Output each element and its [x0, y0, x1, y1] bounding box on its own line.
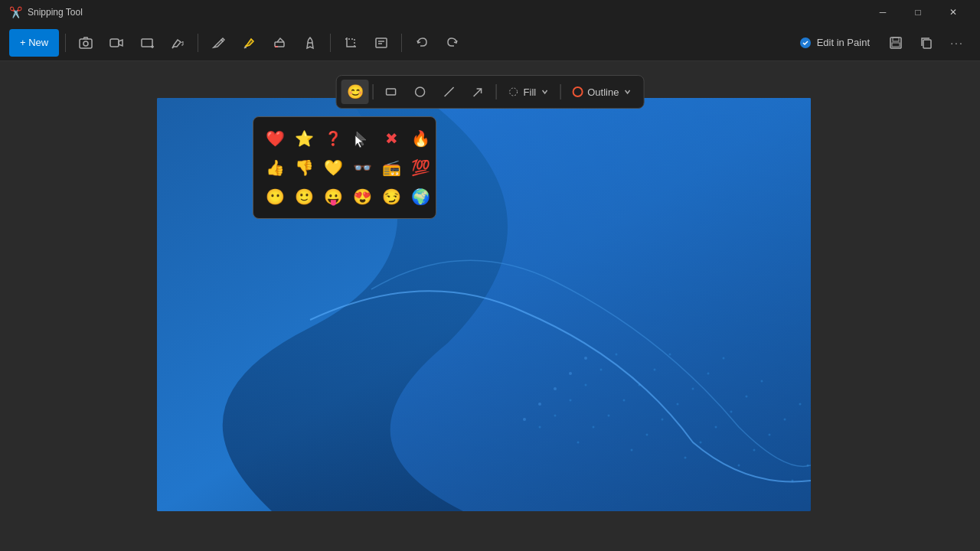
close-button[interactable]: ✕: [936, 0, 971, 24]
svg-rect-50: [387, 89, 396, 95]
svg-point-18: [554, 415, 557, 417]
toolbar-divider-2: [198, 34, 198, 52]
emoji-thumbsdown[interactable]: 👎: [290, 154, 318, 181]
touch-write-button[interactable]: [296, 29, 324, 57]
rectangle-mode-button[interactable]: [133, 29, 161, 57]
line-shape-button[interactable]: [436, 80, 463, 104]
emoji-smirk[interactable]: 😏: [377, 183, 405, 210]
pen-icon: [211, 36, 225, 50]
save-icon: [889, 36, 903, 50]
undo-button[interactable]: [408, 29, 436, 57]
emoji-heart[interactable]: ❤️: [261, 125, 289, 152]
toolbar-divider-3: [330, 34, 331, 52]
svg-point-46: [784, 419, 786, 421]
titlebar: ✂️ Snipping Tool ─ □ ✕: [0, 0, 980, 24]
svg-point-36: [723, 357, 725, 360]
more-icon: ···: [950, 37, 964, 49]
fill-label: Fill: [524, 86, 537, 98]
svg-point-52: [510, 88, 518, 96]
outline-chevron-icon: [623, 88, 631, 96]
app-icon: ✂️: [9, 6, 21, 18]
svg-point-30: [631, 449, 633, 452]
edit-paint-label: Edit in Paint: [817, 37, 870, 48]
svg-point-29: [669, 354, 671, 356]
eraser-button[interactable]: [266, 29, 293, 57]
highlighter-icon: [242, 36, 256, 50]
maximize-button[interactable]: □: [900, 0, 936, 24]
emoji-tool-icon: 😊: [347, 83, 364, 100]
fill-dropdown-button[interactable]: Fill: [501, 80, 557, 104]
app-title: Snipping Tool: [28, 7, 83, 18]
svg-point-15: [569, 372, 572, 375]
edit-in-paint-button[interactable]: Edit in Paint: [789, 29, 879, 57]
emoji-x[interactable]: ✖: [377, 125, 405, 152]
emoji-picker: ❤️ ⭐ ❓ ✖ 🔥 👍 👎 💛 👓 📻 💯 😶 🙂 😛 😍 😏 🌍: [253, 116, 436, 219]
svg-point-51: [416, 87, 425, 96]
outline-color-swatch: [572, 86, 583, 97]
svg-point-22: [616, 354, 618, 356]
save-button[interactable]: [882, 29, 910, 57]
crop-button[interactable]: [337, 29, 364, 57]
arrow-shape-button[interactable]: [465, 80, 492, 104]
draw-divider-1: [373, 84, 374, 99]
svg-point-13: [538, 403, 541, 406]
emoji-thumbsup[interactable]: 👍: [261, 154, 289, 181]
fill-icon: [508, 86, 519, 97]
highlighter-button[interactable]: [235, 29, 263, 57]
svg-point-39: [715, 426, 717, 429]
edit-paint-icon: [799, 36, 812, 50]
pen-button[interactable]: [204, 29, 232, 57]
emoji-cursor[interactable]: [348, 125, 376, 152]
minimize-button[interactable]: ─: [865, 0, 900, 24]
emoji-glasses[interactable]: 👓: [348, 154, 376, 181]
svg-point-44: [753, 449, 756, 452]
emoji-hundred[interactable]: 💯: [407, 154, 434, 181]
svg-point-42: [761, 380, 763, 383]
svg-rect-9: [892, 43, 900, 47]
copy-icon: [920, 36, 933, 50]
circle-shape-button[interactable]: [407, 80, 434, 104]
new-button[interactable]: + New: [9, 29, 59, 57]
text-button[interactable]: [368, 29, 395, 57]
emoji-radio[interactable]: 📻: [377, 154, 405, 181]
emoji-tool-button[interactable]: 😊: [341, 80, 369, 104]
camera-button[interactable]: [72, 29, 100, 57]
undo-icon: [415, 36, 429, 50]
svg-point-1: [83, 41, 88, 46]
rect-shape-icon: [384, 85, 398, 99]
svg-point-35: [707, 373, 710, 375]
copy-button[interactable]: [913, 29, 940, 57]
touch-icon: [303, 36, 317, 50]
freeform-button[interactable]: [164, 29, 191, 57]
emoji-tongue[interactable]: 😛: [319, 183, 347, 210]
emoji-question[interactable]: ❓: [319, 125, 347, 152]
cursor-icon: [354, 130, 371, 147]
emoji-fire[interactable]: 🔥: [407, 125, 434, 152]
draw-divider-3: [560, 84, 560, 99]
text-icon: [374, 36, 388, 50]
svg-rect-2: [110, 39, 119, 47]
svg-rect-3: [142, 39, 152, 47]
svg-point-21: [600, 369, 603, 371]
redo-button[interactable]: [439, 29, 466, 57]
arrow-shape-icon: [472, 85, 485, 99]
emoji-heart-yellow[interactable]: 💛: [319, 154, 347, 181]
video-button[interactable]: [103, 29, 130, 57]
outline-dropdown-button[interactable]: Outline: [564, 80, 639, 104]
emoji-neutral[interactable]: 😶: [261, 183, 289, 210]
svg-rect-0: [80, 39, 92, 48]
emoji-smile[interactable]: 🙂: [290, 183, 318, 210]
emoji-globe[interactable]: 🌍: [407, 183, 434, 210]
rect-shape-button[interactable]: [377, 80, 405, 104]
svg-rect-5: [376, 38, 387, 47]
svg-point-32: [662, 419, 664, 421]
toolbar-divider-4: [401, 34, 402, 52]
svg-point-25: [608, 415, 610, 417]
more-button[interactable]: ···: [943, 29, 971, 57]
emoji-star[interactable]: ⭐: [290, 125, 318, 152]
emoji-heart-eyes[interactable]: 😍: [348, 183, 376, 210]
draw-divider-2: [496, 84, 497, 99]
svg-point-45: [769, 434, 771, 436]
redo-icon: [446, 36, 459, 50]
eraser-icon: [273, 36, 286, 50]
